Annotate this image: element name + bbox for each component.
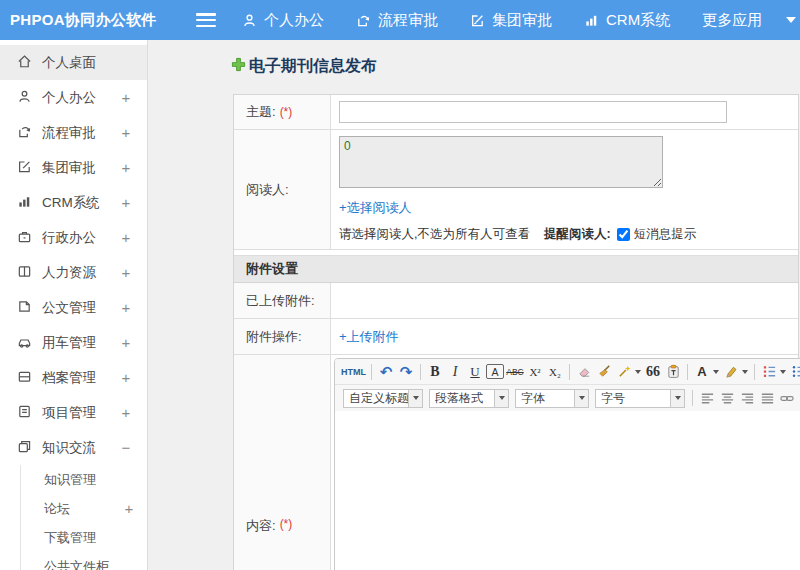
italic-button[interactable]: I <box>446 362 464 382</box>
content-cell: HTML ↶ ↷ B I U A ABC X² X₂ <box>331 355 798 570</box>
attachment-section-header: 附件设置 <box>234 256 798 283</box>
sidebar-item-project-mgmt[interactable]: 项目管理 + <box>0 395 147 430</box>
sidebar-item-group-approval[interactable]: 集团审批 + <box>0 150 147 185</box>
readers-cell: 0 +选择阅读人 请选择阅读人,不选为所有人可查看 提醒阅读人: 短消息提示 <box>331 130 798 249</box>
edit-icon <box>17 159 32 177</box>
uploaded-attachments-cell <box>331 283 798 318</box>
align-center-icon[interactable] <box>718 388 736 408</box>
subject-input[interactable] <box>339 101 727 123</box>
paste-text-icon[interactable] <box>664 362 682 382</box>
html-source-button[interactable]: HTML <box>341 362 366 382</box>
expand-toggle[interactable]: + <box>120 159 132 176</box>
blockquote-button[interactable]: 66 <box>644 362 662 382</box>
subscript-button[interactable]: X₂ <box>546 362 564 382</box>
expand-toggle[interactable]: + <box>120 194 132 211</box>
remind-readers-label: 提醒阅读人: <box>544 226 611 243</box>
uploaded-attachments-label-text: 已上传附件: <box>246 292 315 310</box>
align-left-icon[interactable] <box>698 388 716 408</box>
expand-toggle[interactable]: + <box>120 404 132 421</box>
font-color-button[interactable]: A <box>693 362 711 382</box>
sidebar-subitem-download-mgmt[interactable]: 下载管理 <box>21 523 147 552</box>
ordered-list-icon[interactable] <box>760 362 778 382</box>
upload-attachment-link[interactable]: +上传附件 <box>339 328 399 346</box>
sidebar-item-label: CRM系统 <box>42 194 120 212</box>
rich-text-editor: HTML ↶ ↷ B I U A ABC X² X₂ <box>334 358 800 570</box>
nav-label: 个人办公 <box>264 11 324 30</box>
align-right-icon[interactable] <box>738 388 756 408</box>
sidebar-subitem-label: 知识管理 <box>44 471 123 489</box>
nav-more-apps[interactable]: 更多应用 <box>702 11 762 30</box>
main-content: 电子期刊信息发布 主题: (*) 阅读人: 0 +选择阅读人 <box>149 40 800 570</box>
redo-icon[interactable]: ↷ <box>397 362 415 382</box>
sidebar-item-document-mgmt[interactable]: 公文管理 + <box>0 290 147 325</box>
nav-label: 集团审批 <box>492 11 552 30</box>
uploaded-attachments-row: 已上传附件: <box>234 283 798 319</box>
nav-crm-system[interactable]: CRM系统 <box>584 11 670 30</box>
sidebar-item-hr[interactable]: 人力资源 + <box>0 255 147 290</box>
font-size-select[interactable]: 字号 <box>595 389 685 408</box>
bold-button[interactable]: B <box>426 362 444 382</box>
readers-textarea[interactable]: 0 <box>339 136 663 188</box>
chevron-down-icon[interactable] <box>713 370 719 374</box>
expand-toggle[interactable]: + <box>120 299 132 316</box>
expand-toggle[interactable]: + <box>120 264 132 281</box>
expand-toggle[interactable]: + <box>123 500 135 517</box>
sidebar-item-admin-office[interactable]: 行政办公 + <box>0 220 147 255</box>
chevron-down-icon[interactable] <box>780 370 786 374</box>
sidebar-item-workflow-approval[interactable]: 流程审批 + <box>0 115 147 150</box>
paragraph-format-select[interactable]: 段落格式 <box>429 389 509 408</box>
font-family-select[interactable]: 字体 <box>515 389 589 408</box>
align-justify-icon[interactable] <box>758 388 776 408</box>
strikethrough-button[interactable]: ABC <box>506 362 524 382</box>
sidebar: 个人桌面 个人办公 + 流程审批 + 集团审批 + CRM系统 + 行政办公 +… <box>0 40 148 570</box>
sidebar-subitem-label: 论坛 <box>44 500 123 518</box>
expand-toggle[interactable]: + <box>120 334 132 351</box>
autoformat-wand-icon[interactable] <box>615 362 633 382</box>
nav-workflow-approval[interactable]: 流程审批 <box>356 11 438 30</box>
chevron-down-icon[interactable] <box>742 370 748 374</box>
sidebar-item-desktop[interactable]: 个人桌面 <box>0 45 147 80</box>
underline-button[interactable]: U <box>466 362 484 382</box>
sidebar-subitem-knowledge-mgmt[interactable]: 知识管理 <box>21 465 147 494</box>
sidebar-item-vehicle-mgmt[interactable]: 用车管理 + <box>0 325 147 360</box>
collapse-toggle[interactable]: − <box>120 439 132 456</box>
sidebar-subitem-forum[interactable]: 论坛 + <box>21 494 147 523</box>
sidebar-item-personal-office[interactable]: 个人办公 + <box>0 80 147 115</box>
nav-group-approval[interactable]: 集团审批 <box>470 11 552 30</box>
unordered-list-icon[interactable] <box>789 362 800 382</box>
sidebar-item-crm[interactable]: CRM系统 + <box>0 185 147 220</box>
chevron-down-icon <box>670 390 684 407</box>
nav-personal-office[interactable]: 个人办公 <box>242 11 324 30</box>
sidebar-item-knowledge[interactable]: 知识交流 − <box>0 430 147 465</box>
sidebar-subitem-public-cabinet[interactable]: 公共文件柜 <box>21 552 147 570</box>
heading-select[interactable]: 自定义标题 <box>343 389 423 408</box>
select-readers-link[interactable]: +选择阅读人 <box>339 199 412 217</box>
sidebar-subitem-label: 下载管理 <box>44 529 123 547</box>
editor-content-area[interactable] <box>335 411 800 570</box>
superscript-button[interactable]: X² <box>526 362 544 382</box>
expand-toggle[interactable]: + <box>120 229 132 246</box>
archive-icon <box>17 369 32 387</box>
expand-toggle[interactable]: + <box>120 124 132 141</box>
readers-hint-text: 请选择阅读人,不选为所有人可查看 <box>339 226 530 243</box>
readers-row: 阅读人: 0 +选择阅读人 请选择阅读人,不选为所有人可查看 提醒阅读人: 短消… <box>234 130 798 250</box>
content-row: 内容: (*) HTML ↶ ↷ B I U A <box>234 355 798 570</box>
undo-icon[interactable]: ↶ <box>377 362 395 382</box>
sms-remind-checkbox[interactable] <box>617 228 630 241</box>
format-brush-icon[interactable] <box>595 362 613 382</box>
link-icon[interactable] <box>778 388 796 408</box>
eraser-icon[interactable] <box>575 362 593 382</box>
top-bar: PHPOA协同办公软件 个人办公 流程审批 集团审批 CRM系统 更多应用 <box>0 0 800 40</box>
highlight-pen-icon[interactable] <box>722 362 740 382</box>
chevron-down-icon <box>574 390 588 407</box>
chevron-down-icon[interactable] <box>786 17 796 23</box>
expand-toggle[interactable]: + <box>120 369 132 386</box>
editor-toolbar-row-2: 自定义标题 段落格式 字体 字号 <box>335 385 800 411</box>
readers-hint-line: 请选择阅读人,不选为所有人可查看 提醒阅读人: 短消息提示 <box>339 226 790 243</box>
expand-toggle[interactable]: + <box>120 89 132 106</box>
publish-form: 主题: (*) 阅读人: 0 +选择阅读人 请选择阅读人,不选为所有人可查看 提… <box>233 94 799 570</box>
sidebar-item-archive-mgmt[interactable]: 档案管理 + <box>0 360 147 395</box>
character-border-button[interactable]: A <box>486 364 504 379</box>
hamburger-menu-icon[interactable] <box>196 13 216 27</box>
chevron-down-icon[interactable] <box>635 370 641 374</box>
